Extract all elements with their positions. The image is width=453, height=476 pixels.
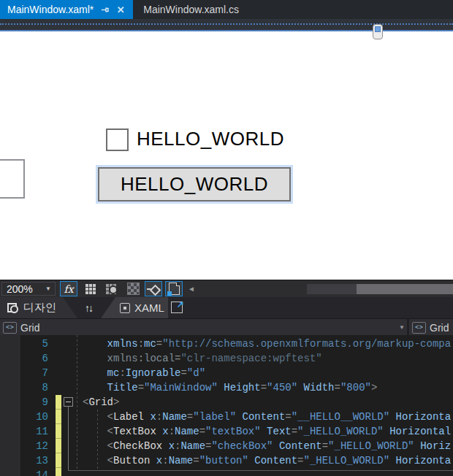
code-line[interactable]: <CheckBox x:Name="checkBox" Content="_HE…	[83, 439, 451, 453]
line-number: 9	[20, 395, 51, 410]
code-line[interactable]: xmlns:mc="http://schemas.openxmlformats.…	[83, 337, 451, 351]
unsaved-change-bar	[56, 395, 61, 476]
breadcrumb-right-dropdown[interactable]: <> Grid	[412, 319, 449, 336]
show-grid-button[interactable]	[82, 281, 99, 296]
chevron-down-icon: ▼	[45, 285, 51, 292]
zoom-dropdown[interactable]: 200% ▼	[1, 282, 56, 296]
element-breadcrumb-bar: <> Grid ▼ <> Grid	[0, 318, 453, 336]
chevron-down-icon[interactable]: ▼	[399, 319, 405, 336]
code-lines[interactable]: xmlns:mc="http://schemas.openxmlformats.…	[83, 337, 451, 476]
window-edge-handle[interactable]	[373, 24, 383, 39]
swap-panes-button[interactable]: ↑↓	[79, 297, 98, 318]
handle-anchor-icon	[375, 26, 381, 32]
button-label: HELLO_WORLD	[121, 173, 268, 196]
show-hide-annotations-button[interactable]	[165, 281, 183, 296]
line-number: 13	[20, 453, 51, 468]
checkbox-control[interactable]	[106, 128, 129, 151]
doc-tab-label: MainWindow.xaml*	[7, 4, 94, 15]
snap-grid-button[interactable]	[102, 281, 120, 296]
breadcrumb-divider	[407, 319, 409, 336]
pin-icon[interactable]	[99, 4, 110, 15]
doc-tab-label: MainWindow.xaml.cs	[143, 4, 239, 15]
xaml-code-editor[interactable]: 567891011121314 xmlns:mc="http://schemas…	[0, 335, 453, 476]
line-number: 8	[20, 380, 51, 395]
line-number: 12	[20, 439, 51, 453]
line-number: 6	[20, 351, 51, 366]
outlining-line	[68, 407, 69, 470]
code-line[interactable]: <TextBox x:Name="textBox" Text="_HELLO_W…	[83, 424, 451, 439]
document-tab-bar: MainWindow.xaml* ✕ MainWindow.xaml.cs	[0, 0, 453, 19]
code-line[interactable]	[83, 468, 451, 476]
code-line[interactable]: <Label x:Name="label" Content="__HELLO__…	[83, 410, 451, 424]
button-control[interactable]: HELLO_WORLD	[98, 167, 291, 201]
designer-window-edge	[0, 19, 453, 31]
snaplines-icon	[147, 285, 160, 293]
designer-hscrollbar[interactable]	[307, 284, 453, 294]
line-number: 11	[20, 424, 51, 439]
minus-icon	[66, 402, 71, 402]
effects-toggle-button[interactable]: fx	[60, 281, 77, 296]
line-number: 10	[20, 410, 51, 424]
code-line[interactable]: mc:Ignorable="d"	[83, 366, 451, 380]
vs-editor-window: MainWindow.xaml* ✕ MainWindow.xaml.cs HE…	[0, 0, 453, 476]
line-number: 14	[20, 468, 51, 476]
collapse-region-button[interactable]	[64, 397, 73, 407]
popout-icon: ↗	[171, 302, 183, 313]
tab-design-label: 디자인	[23, 301, 56, 315]
collapse-toolbar-button[interactable]: ◄	[186, 281, 197, 296]
xaml-view-icon	[120, 303, 130, 313]
swap-icon: ↑↓	[85, 302, 92, 314]
checkbox-label: HELLO_WORLD	[137, 126, 284, 151]
fx-icon: fx	[64, 283, 73, 295]
design-surface[interactable]: HELLO_WORLD HELLO_WORLD	[0, 31, 453, 280]
collapse-left-icon: ◄	[188, 285, 195, 293]
design-view-icon	[7, 303, 18, 313]
checkerboard-icon	[127, 283, 140, 295]
designer-view-tabs: 디자인 ↑↓ XAML ↗	[0, 297, 453, 318]
line-numbers: 567891011121314	[20, 337, 51, 476]
breadcrumb-left-label: Grid	[20, 322, 39, 334]
close-icon[interactable]: ✕	[115, 4, 126, 15]
code-line[interactable]: <Button x:Name="button" Content="_HELLO_…	[83, 453, 451, 468]
doc-tab-mainwindow-xaml-cs[interactable]: MainWindow.xaml.cs	[133, 0, 249, 19]
popout-pane-button[interactable]: ↗	[170, 300, 184, 315]
doc-tab-mainwindow-xaml[interactable]: MainWindow.xaml* ✕	[0, 0, 133, 19]
tab-xaml-view[interactable]: XAML	[101, 297, 168, 318]
tab-design-view[interactable]: 디자인	[0, 297, 77, 318]
element-icon: <>	[412, 322, 426, 334]
margin-dotted-line	[0, 23, 453, 25]
breadcrumb-right-label: Grid	[430, 322, 449, 334]
indent-guide	[77, 335, 77, 470]
textbox-control[interactable]	[0, 159, 25, 199]
indicator-margin[interactable]	[0, 335, 20, 476]
hscrollbar-thumb[interactable]	[357, 284, 453, 294]
element-icon: <>	[3, 322, 17, 334]
code-line[interactable]: Title="MainWindow" Height="450" Width="8…	[83, 380, 451, 395]
line-number: 7	[20, 366, 51, 380]
zoom-value: 200%	[7, 283, 33, 295]
designer-toolbar: 200% ▼ fx ◄	[0, 280, 453, 298]
tab-xaml-label: XAML	[134, 302, 164, 314]
code-line[interactable]: xmlns:local="clr-namespace:wpftest"	[83, 351, 451, 366]
snaplines-toggle-button[interactable]	[145, 281, 162, 296]
artboard-background-button[interactable]	[124, 281, 142, 296]
gear-icon	[109, 285, 118, 294]
grid-icon	[85, 284, 96, 294]
code-line[interactable]: <Grid>	[83, 395, 451, 410]
line-number: 5	[20, 337, 51, 351]
breadcrumb-left-dropdown[interactable]: <> Grid	[3, 319, 39, 336]
document-icon	[169, 283, 180, 295]
